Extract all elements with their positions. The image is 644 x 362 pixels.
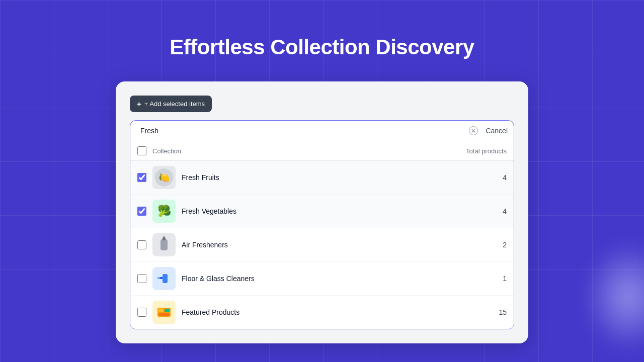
- collection-count: 2: [466, 241, 507, 249]
- row-checkbox[interactable]: [137, 173, 146, 182]
- table-header: Collection Total products: [130, 141, 514, 161]
- svg-text:🥦: 🥦: [157, 204, 172, 218]
- main-card: + + Add selected items Cancel Collection: [116, 81, 528, 343]
- collection-name: Featured Products: [182, 308, 466, 316]
- svg-rect-17: [158, 309, 164, 312]
- svg-rect-18: [165, 309, 170, 312]
- row-checkbox[interactable]: [137, 308, 146, 317]
- svg-rect-11: [163, 274, 168, 283]
- table-row[interactable]: Air Fresheners 2: [130, 228, 514, 262]
- collection-count: 4: [466, 173, 507, 182]
- svg-rect-7: [160, 239, 168, 250]
- page-title: Effortless Collection Discovery: [170, 35, 474, 59]
- collection-count: 4: [466, 207, 507, 215]
- row-checkbox[interactable]: [137, 207, 146, 216]
- svg-rect-12: [159, 277, 163, 279]
- collection-thumbnail: [152, 267, 176, 290]
- collection-name: Fresh Fruits: [182, 173, 466, 182]
- table-row[interactable]: Floor & Glass Cleaners 1: [130, 262, 514, 296]
- collection-count: 1: [466, 275, 507, 283]
- collection-thumbnail: [152, 233, 176, 256]
- row-checkbox[interactable]: [137, 274, 146, 283]
- svg-text:🍋: 🍋: [158, 172, 170, 183]
- search-row: Cancel: [130, 121, 514, 141]
- clear-icon[interactable]: [468, 126, 478, 136]
- svg-point-14: [157, 277, 159, 279]
- col-collection-header: Collection: [152, 147, 466, 155]
- col-total-header: Total products: [466, 147, 507, 155]
- table-row[interactable]: 🥦 Fresh Vegetables 4: [130, 195, 514, 228]
- cancel-button[interactable]: Cancel: [478, 127, 508, 135]
- add-button-label: + Add selected items: [144, 100, 205, 108]
- page-wrapper: Effortless Collection Discovery + + Add …: [0, 0, 644, 362]
- table-row[interactable]: Featured Products 15: [130, 296, 514, 329]
- row-checkbox[interactable]: [137, 240, 146, 249]
- search-container: Cancel Collection Total products 🍋: [130, 120, 514, 329]
- collection-name: Floor & Glass Cleaners: [182, 275, 466, 283]
- collection-count: 15: [466, 308, 507, 316]
- table-row[interactable]: 🍋 Fresh Fruits 4: [130, 161, 514, 195]
- search-input[interactable]: [136, 121, 468, 141]
- plus-icon: +: [137, 100, 141, 108]
- svg-rect-19: [158, 313, 170, 316]
- collection-name: Fresh Vegetables: [182, 207, 466, 215]
- collection-thumbnail: 🍋: [152, 166, 176, 189]
- add-selected-button[interactable]: + + Add selected items: [130, 96, 212, 112]
- collection-thumbnail: 🥦: [152, 200, 176, 223]
- collection-name: Air Fresheners: [182, 241, 466, 249]
- collection-thumbnail: [152, 301, 176, 324]
- select-all-checkbox[interactable]: [137, 146, 146, 155]
